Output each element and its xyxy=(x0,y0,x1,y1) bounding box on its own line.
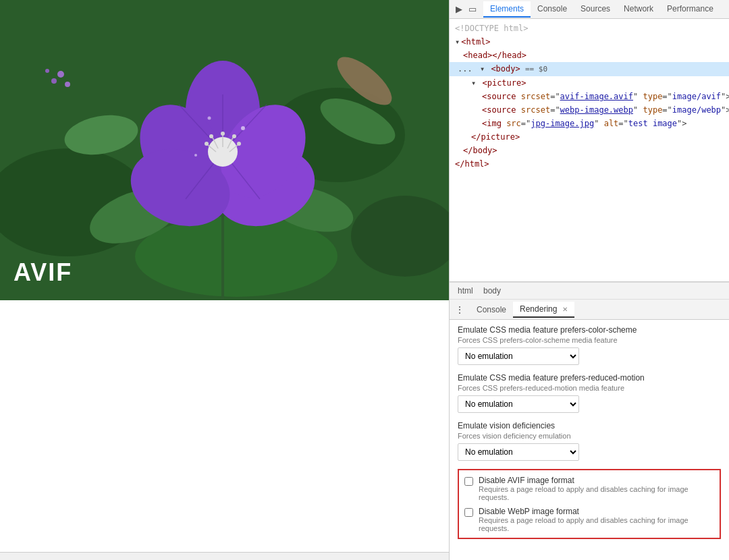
vision-section: Emulate vision deficiencies Forces visio… xyxy=(458,421,721,461)
vision-sublabel: Forces vision deficiency emulation xyxy=(458,432,721,440)
html-source-webp[interactable]: <source srcset="webp-image.webp" type="i… xyxy=(450,103,729,117)
panel-tab-bar: ⋮ Console Rendering ✕ xyxy=(450,300,729,320)
devtools-tab-bar: ▶ ▭ Elements Console Sources Network Per… xyxy=(450,0,729,19)
disable-avif-label: Disable AVIF image format Requires a pag… xyxy=(479,476,714,501)
panel-menu-icon[interactable]: ⋮ xyxy=(455,304,464,315)
svg-point-13 xyxy=(65,82,70,87)
color-scheme-label: Emulate CSS media feature prefers-color-… xyxy=(458,325,721,335)
vision-select[interactable]: No emulation Blurred vision Protanopia D… xyxy=(458,443,579,461)
html-body-close[interactable]: </body> xyxy=(450,144,729,157)
tab-elements[interactable]: Elements xyxy=(483,1,531,18)
avif-label: AVIF xyxy=(14,258,72,287)
bottom-panel: ⋮ Console Rendering ✕ Emulate CSS media … xyxy=(450,300,729,560)
tab-network[interactable]: Network xyxy=(617,1,660,18)
html-open[interactable]: ▾<html> xyxy=(450,35,729,49)
svg-point-14 xyxy=(45,69,49,73)
devtools-panel: ▶ ▭ Elements Console Sources Network Per… xyxy=(449,0,729,560)
elements-panel: <!DOCTYPE html> ▾<html> <head></head> ..… xyxy=(450,19,729,282)
html-source-avif[interactable]: <source srcset="avif-image.avif" type="i… xyxy=(450,90,729,103)
vision-label: Emulate vision deficiencies xyxy=(458,421,721,430)
color-scheme-select[interactable]: No emulation prefers-color-scheme: light… xyxy=(458,347,579,365)
horizontal-scrollbar[interactable] xyxy=(0,552,449,560)
svg-point-27 xyxy=(221,132,225,136)
reduced-motion-label: Emulate CSS media feature prefers-reduce… xyxy=(458,373,721,383)
svg-point-38 xyxy=(194,154,197,157)
rendering-panel: Emulate CSS media feature prefers-color-… xyxy=(450,320,729,560)
svg-point-35 xyxy=(237,142,241,146)
breadcrumb: html body xyxy=(450,282,729,300)
html-picture[interactable]: ▾ <picture> xyxy=(450,76,729,90)
devtools-toolbar: ▶ ▭ xyxy=(452,3,479,16)
html-picture-close[interactable]: </picture> xyxy=(450,130,729,144)
disable-avif-checkbox[interactable] xyxy=(464,477,473,486)
image-format-section: Disable AVIF image format Requires a pag… xyxy=(458,469,721,539)
reduced-motion-sublabel: Forces CSS prefers-reduced-motion media … xyxy=(458,384,721,392)
tab-console[interactable]: Console xyxy=(531,1,574,18)
tab-rendering[interactable]: Rendering ✕ xyxy=(513,302,574,318)
html-body[interactable]: ... ▾ <body> == $0 xyxy=(450,62,729,76)
html-img[interactable]: <img src="jpg-image.jpg" alt="test image… xyxy=(450,117,729,130)
reduced-motion-section: Emulate CSS media feature prefers-reduce… xyxy=(458,373,721,413)
bottom-white-area xyxy=(0,300,449,560)
disable-webp-label: Disable WebP image format Requires a pag… xyxy=(479,507,714,532)
html-doctype: <!DOCTYPE html> xyxy=(450,22,729,35)
tab-console-bottom[interactable]: Console xyxy=(470,302,513,317)
color-scheme-sublabel: Forces CSS prefers-color-scheme media fe… xyxy=(458,336,721,344)
svg-point-29 xyxy=(209,134,213,138)
breadcrumb-body[interactable]: body xyxy=(481,285,504,297)
svg-point-37 xyxy=(208,117,211,120)
tab-sources[interactable]: Sources xyxy=(574,1,617,18)
svg-point-36 xyxy=(241,126,245,130)
device-icon[interactable]: ▭ xyxy=(466,3,479,16)
cursor-icon[interactable]: ▶ xyxy=(452,3,466,16)
color-scheme-section: Emulate CSS media feature prefers-color-… xyxy=(458,325,721,365)
disable-webp-checkbox[interactable] xyxy=(464,508,473,517)
svg-point-11 xyxy=(57,71,64,78)
rendering-tab-close[interactable]: ✕ xyxy=(562,306,568,313)
left-panel: AVIF xyxy=(0,0,449,560)
flower-svg xyxy=(0,0,449,300)
breadcrumb-html[interactable]: html xyxy=(455,285,476,297)
svg-point-12 xyxy=(51,78,57,84)
svg-point-33 xyxy=(205,142,209,146)
html-head[interactable]: <head></head> xyxy=(450,49,729,62)
flower-image: AVIF xyxy=(0,0,449,300)
reduced-motion-select[interactable]: No emulation prefers-reduced-motion: red… xyxy=(458,395,579,413)
tab-performance[interactable]: Performance xyxy=(660,1,720,18)
html-close[interactable]: </html> xyxy=(450,157,729,171)
svg-point-31 xyxy=(232,134,236,138)
disable-avif-row: Disable AVIF image format Requires a pag… xyxy=(464,476,714,501)
disable-webp-row: Disable WebP image format Requires a pag… xyxy=(464,507,714,532)
